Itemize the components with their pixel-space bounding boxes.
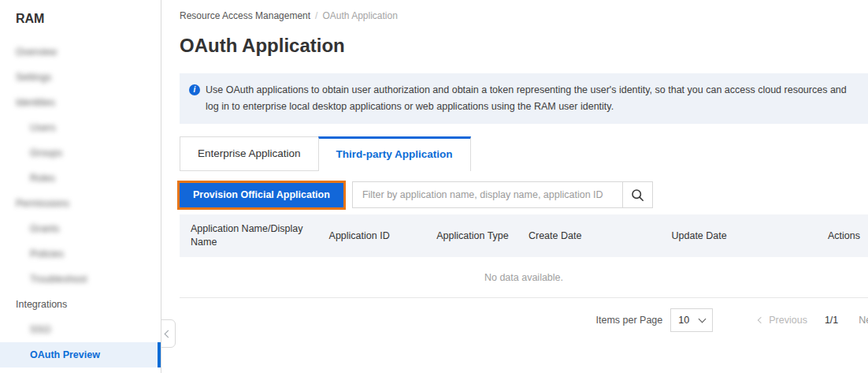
breadcrumb-separator: / (315, 10, 317, 21)
chevron-down-icon (699, 315, 707, 323)
toolbar: Provision Official Application (180, 181, 868, 208)
page-title: OAuth Application (180, 35, 868, 57)
next-page-button[interactable]: Next (859, 315, 868, 326)
sidebar-item-sso[interactable]: SSO (0, 317, 161, 342)
sidebar-item-policies[interactable]: Policies (0, 241, 161, 267)
column-header-create-date: Create Date (529, 229, 672, 243)
items-per-page-value: 10 (678, 315, 689, 326)
sidebar-item-overview[interactable]: Overview (0, 39, 161, 65)
applications-table: Application Name/Display Name Applicatio… (180, 214, 868, 298)
sidebar-collapse-button[interactable] (161, 319, 176, 348)
collapse-sidebar-icon (165, 330, 172, 338)
sidebar: RAM Overview Settings Identities Users G… (0, 0, 161, 373)
pagination: Items per Page 10 Previous 1/1 Next (180, 308, 868, 332)
info-banner: i Use OAuth applications to obtain user … (180, 73, 868, 124)
sidebar-item-roles[interactable]: Roles (0, 166, 161, 191)
tab-enterprise-application[interactable]: Enterprise Application (180, 136, 319, 171)
column-header-actions: Actions (828, 229, 868, 243)
search-input[interactable] (353, 182, 622, 207)
breadcrumb-parent[interactable]: Resource Access Management (180, 10, 310, 21)
info-icon: i (189, 84, 200, 95)
main-content: Resource Access Management/OAuth Applica… (161, 0, 868, 373)
column-header-application-type: Application Type (436, 229, 529, 243)
breadcrumb-current: OAuth Application (322, 10, 397, 21)
sidebar-item-permissions[interactable]: Permissions (0, 191, 161, 216)
column-header-application-id: Application ID (329, 229, 437, 243)
sidebar-item-users[interactable]: Users (0, 115, 161, 140)
info-banner-text: Use OAuth applications to obtain user au… (206, 82, 857, 115)
sidebar-item-settings[interactable]: Settings (0, 65, 161, 90)
tab-third-party-application[interactable]: Third-party Application (318, 136, 471, 171)
sidebar-item-integrations[interactable]: Integrations (0, 292, 161, 317)
previous-page-label: Previous (769, 315, 807, 326)
search-icon (631, 188, 644, 202)
items-per-page-select[interactable]: 10 (670, 308, 713, 332)
breadcrumb: Resource Access Management/OAuth Applica… (180, 10, 868, 21)
sidebar-item-troubleshoot[interactable]: Troubleshoot (0, 267, 161, 292)
sidebar-item-groups[interactable]: Groups (0, 140, 161, 166)
sidebar-item-oauth-preview[interactable]: OAuth Preview (0, 342, 161, 367)
chevron-left-icon (758, 317, 764, 323)
search-button[interactable] (622, 182, 652, 207)
page-indicator: 1/1 (825, 315, 838, 326)
items-per-page-label: Items per Page (596, 315, 663, 326)
column-header-update-date: Update Date (672, 229, 829, 243)
application-filter-search (352, 181, 653, 208)
provision-official-application-button[interactable]: Provision Official Application (180, 183, 343, 207)
sidebar-item-identities[interactable]: Identities (0, 90, 161, 115)
ram-console-window: RAM Overview Settings Identities Users G… (0, 0, 868, 373)
tab-bar: Enterprise Application Third-party Appli… (180, 136, 868, 171)
sidebar-title: RAM (0, 0, 161, 39)
sidebar-item-grants[interactable]: Grants (0, 216, 161, 241)
table-empty-state: No data available. (180, 257, 868, 298)
table-header-row: Application Name/Display Name Applicatio… (180, 214, 868, 257)
previous-page-button[interactable]: Previous (759, 315, 807, 326)
column-header-application-name: Application Name/Display Name (180, 222, 329, 249)
